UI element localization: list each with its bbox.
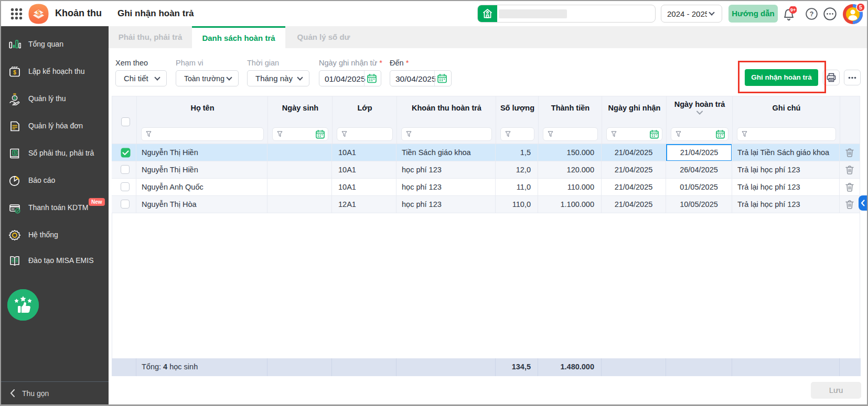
svg-text:?: ? <box>810 10 814 18</box>
svg-text:$: $ <box>14 95 16 101</box>
svg-text:$: $ <box>14 150 16 155</box>
svg-text:$: $ <box>13 70 16 75</box>
svg-text:5: 5 <box>859 4 862 10</box>
svg-text:9+: 9+ <box>790 7 796 13</box>
